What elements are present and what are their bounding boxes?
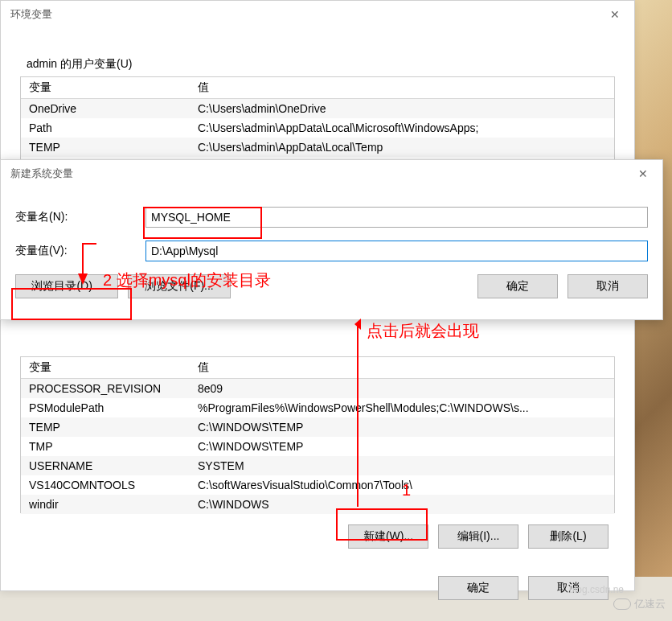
- col-value[interactable]: 值: [190, 357, 614, 378]
- user-table-header: 变量 值: [21, 77, 614, 99]
- var-value-label: 变量值(V):: [14, 244, 145, 258]
- cancel-button[interactable]: 取消: [568, 274, 648, 298]
- newvar-title: 新建系统变量: [10, 167, 73, 181]
- table-row[interactable]: Path C:\Users\admin\AppData\Local\Micros…: [21, 118, 614, 138]
- table-row[interactable]: PSModulePath %ProgramFiles%\WindowsPower…: [21, 398, 614, 417]
- sys-vars-button-row: 新建(W)... 编辑(I)... 删除(L): [20, 524, 608, 549]
- table-row[interactable]: TEMP C:\WINDOWS\TEMP: [21, 417, 614, 437]
- watermark-yisu: 亿速云: [613, 597, 666, 611]
- system-vars-table: 变量 值 PROCESSOR_REVISION 8e09 PSModulePat…: [20, 356, 615, 513]
- sys-table-scroll[interactable]: PROCESSOR_REVISION 8e09 PSModulePath %Pr…: [21, 379, 614, 516]
- var-value-input[interactable]: [145, 241, 648, 261]
- close-icon[interactable]: ✕: [604, 6, 626, 23]
- env-dialog-titlebar: 环境变量 ✕: [1, 1, 634, 28]
- browse-directory-button[interactable]: 浏览目录(D)...: [15, 274, 118, 298]
- env-dialog-title: 环境变量: [10, 7, 52, 22]
- new-variable-dialog: 新建系统变量 ✕ 变量名(N): 变量值(V): 浏览目录(D)... 浏览文件…: [0, 159, 663, 320]
- new-button[interactable]: 新建(W)...: [348, 524, 428, 549]
- sys-table-header: 变量 值: [21, 357, 614, 379]
- newvar-button-row: 浏览目录(D)... 浏览文件(F)... 确定 取消: [14, 274, 648, 298]
- edit-button[interactable]: 编辑(I)...: [438, 524, 518, 549]
- var-value-row: 变量值(V):: [14, 241, 648, 261]
- var-name-label: 变量名(N):: [14, 210, 145, 224]
- col-variable[interactable]: 变量: [21, 357, 190, 378]
- watermark-csdn: blog.csdn.ne: [569, 584, 624, 595]
- ok-button[interactable]: 确定: [477, 274, 558, 298]
- user-vars-label: admin 的用户变量(U): [27, 57, 615, 72]
- table-row[interactable]: windir C:\WINDOWS: [21, 495, 614, 514]
- table-row[interactable]: TMP C:\WINDOWS\TEMP: [21, 437, 614, 456]
- cloud-icon: [613, 598, 631, 610]
- ok-button[interactable]: 确定: [438, 576, 518, 600]
- table-row[interactable]: OneDrive C:\Users\admin\OneDrive: [21, 99, 614, 118]
- table-row[interactable]: VS140COMNTOOLS C:\softWaresVisualStudio\…: [21, 475, 614, 495]
- delete-button[interactable]: 删除(L): [528, 524, 608, 549]
- var-name-row: 变量名(N):: [14, 207, 648, 228]
- col-variable[interactable]: 变量: [21, 77, 190, 98]
- dialog-button-row: 确定 取消: [20, 576, 608, 600]
- var-name-input[interactable]: [145, 207, 648, 228]
- newvar-titlebar: 新建系统变量 ✕: [1, 160, 662, 187]
- table-row[interactable]: USERNAME SYSTEM: [21, 456, 614, 475]
- close-icon[interactable]: ✕: [632, 165, 654, 183]
- table-row[interactable]: TEMP C:\Users\admin\AppData\Local\Temp: [21, 138, 614, 157]
- col-value[interactable]: 值: [190, 77, 614, 98]
- table-row[interactable]: PROCESSOR_REVISION 8e09: [21, 379, 614, 398]
- browse-file-button[interactable]: 浏览文件(F)...: [128, 274, 231, 298]
